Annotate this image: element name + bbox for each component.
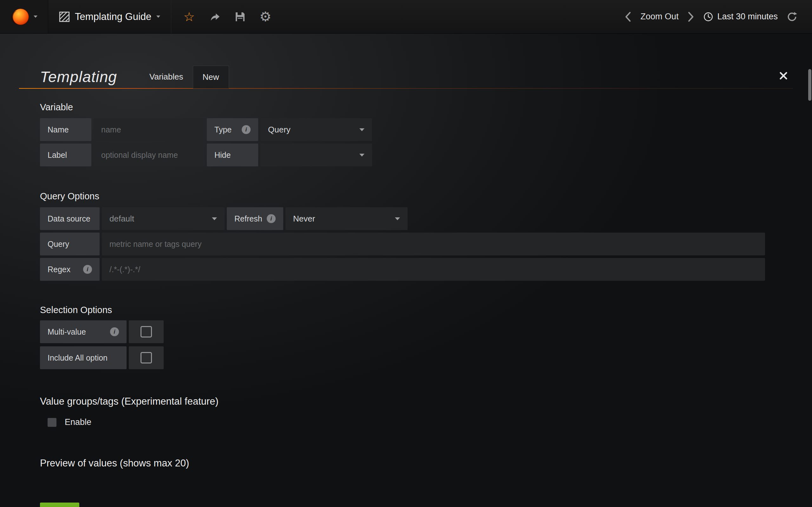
multi-value-checkbox[interactable] — [129, 320, 164, 343]
dashboard-title: Templating Guide — [75, 11, 151, 22]
refresh-field-label: Refresh i — [227, 207, 283, 230]
type-field-label: Type i — [207, 118, 258, 141]
star-icon[interactable]: ☆ — [183, 10, 195, 23]
grafana-menu-button[interactable] — [0, 0, 48, 33]
info-icon[interactable]: i — [83, 265, 92, 274]
info-icon[interactable]: i — [110, 327, 119, 336]
info-icon[interactable]: i — [267, 214, 275, 223]
time-controls: Zoom Out Last 30 minutes — [624, 11, 812, 22]
refresh-label-text: Refresh — [235, 214, 262, 223]
section-query-options-header: Query Options — [40, 191, 793, 202]
dashboard-title-menu[interactable]: Templating Guide — [48, 0, 171, 33]
type-select[interactable]: Query — [260, 118, 372, 141]
gear-glyph: ⚙ — [259, 10, 271, 23]
star-glyph: ☆ — [183, 10, 195, 23]
dashboard-actions: ☆ ⚙ — [183, 10, 271, 23]
checkbox-square — [141, 352, 152, 363]
templating-editor-page: Templating Variables New Variable Name T… — [0, 34, 812, 507]
dashboard-grid-icon — [59, 11, 70, 22]
grafana-logo-icon — [11, 7, 31, 26]
section-selection-options-header: Selection Options — [40, 305, 793, 315]
chevron-down-icon — [156, 15, 160, 18]
tab-variables[interactable]: Variables — [140, 65, 193, 88]
time-back-chevron-icon[interactable] — [624, 11, 631, 22]
clock-icon — [703, 12, 713, 22]
regex-label-text: Regex — [48, 265, 70, 274]
time-range-label: Last 30 minutes — [717, 12, 778, 21]
hide-field-label: Hide — [207, 144, 258, 166]
time-range-picker[interactable]: Last 30 minutes — [703, 12, 778, 22]
settings-gear-icon[interactable]: ⚙ — [259, 10, 271, 23]
section-variable-header: Variable — [40, 102, 793, 112]
checkbox-square — [141, 326, 152, 337]
navbar: Templating Guide ☆ ⚙ — [0, 0, 812, 34]
add-button[interactable]: Add — [40, 503, 79, 507]
type-label-text: Type — [214, 125, 232, 134]
editor-header: Templating Variables New — [19, 34, 793, 88]
tab-divider — [19, 88, 793, 89]
enable-checkbox[interactable] — [48, 418, 56, 427]
chevron-down-icon — [395, 217, 400, 220]
close-icon[interactable] — [779, 71, 788, 81]
hide-select[interactable] — [260, 144, 372, 166]
chevron-down-icon — [359, 128, 364, 131]
enable-label: Enable — [65, 417, 91, 427]
refresh-icon[interactable] — [786, 11, 798, 22]
chevron-down-icon — [212, 217, 217, 220]
regex-input[interactable] — [102, 258, 765, 281]
tab-new[interactable]: New — [193, 66, 229, 89]
include-all-row: Include All option — [40, 346, 793, 369]
include-all-checkbox[interactable] — [129, 346, 164, 369]
share-icon[interactable] — [209, 12, 221, 22]
label-input[interactable] — [94, 144, 205, 166]
multi-value-label: Multi-value i — [40, 320, 126, 343]
editor-content: Variable Name Type i Query Label Hide Qu… — [40, 102, 793, 507]
variable-name-row: Name Type i Query — [40, 118, 793, 141]
regex-field-label: Regex i — [40, 258, 100, 281]
multi-value-label-text: Multi-value — [48, 327, 86, 337]
grafana-app: { "navbar": { "dashboard_title": "Templa… — [0, 0, 812, 507]
query-input[interactable] — [102, 233, 765, 256]
time-forward-chevron-icon[interactable] — [687, 11, 694, 22]
regex-row: Regex i — [40, 258, 793, 281]
section-preview-header: Preview of values (shows max 20) — [40, 458, 793, 469]
refresh-select-value: Never — [293, 214, 315, 224]
datasource-row: Data source default Refresh i Never — [40, 207, 793, 230]
datasource-field-label: Data source — [40, 207, 100, 230]
save-icon[interactable] — [235, 11, 246, 22]
label-field-label: Label — [40, 144, 91, 166]
query-field-label: Query — [40, 233, 100, 256]
name-field-label: Name — [40, 118, 91, 141]
chevron-down-icon — [34, 15, 38, 18]
section-value-groups-header: Value groups/tags (Experimental feature) — [40, 396, 793, 407]
chevron-down-icon — [359, 154, 364, 157]
scrollbar-thumb[interactable] — [808, 69, 811, 101]
enable-row: Enable — [48, 417, 793, 427]
type-select-value: Query — [268, 125, 291, 135]
info-icon[interactable]: i — [242, 125, 251, 134]
page-title: Templating — [40, 68, 117, 86]
datasource-select[interactable]: default — [102, 207, 224, 230]
name-input[interactable] — [94, 118, 205, 141]
include-all-label: Include All option — [40, 346, 126, 369]
zoom-out-button[interactable]: Zoom Out — [641, 12, 678, 21]
refresh-select[interactable]: Never — [286, 207, 408, 230]
variable-label-row: Label Hide — [40, 144, 793, 166]
multi-value-row: Multi-value i — [40, 320, 793, 343]
query-row: Query — [40, 233, 793, 256]
datasource-select-value: default — [109, 214, 134, 224]
